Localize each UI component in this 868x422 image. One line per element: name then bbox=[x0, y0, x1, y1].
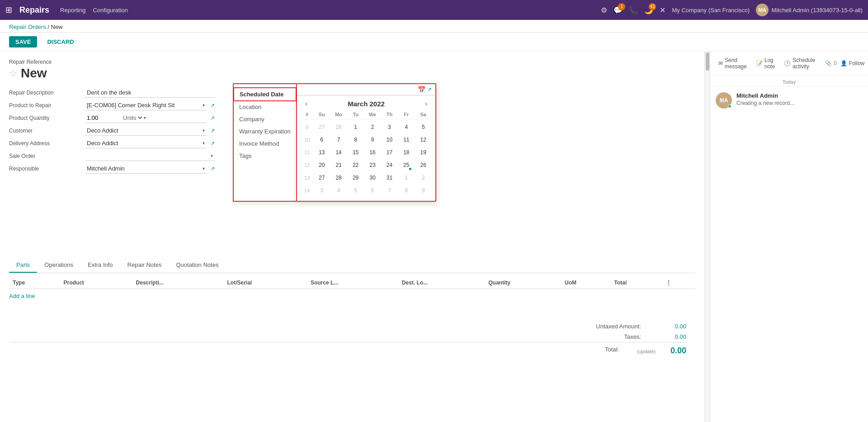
dropdown-warranty[interactable]: Warranty Expiration bbox=[234, 125, 296, 138]
notifications-icon[interactable]: 💬 1 bbox=[613, 6, 623, 14]
calendar-day[interactable]: 24 bbox=[383, 159, 395, 171]
calendar-day[interactable]: 22 bbox=[350, 159, 362, 171]
settings-icon[interactable]: ⚙ bbox=[601, 6, 607, 14]
calendar-day[interactable]: 13 bbox=[316, 147, 328, 158]
calendar-day[interactable]: 11 bbox=[401, 134, 412, 146]
calendar-day[interactable]: 8 bbox=[350, 134, 362, 146]
calendar-day[interactable]: 9 bbox=[367, 134, 378, 146]
schedule-activity-button[interactable]: 🕐 Schedule activity bbox=[781, 55, 818, 71]
customer-ext-link-icon[interactable]: ↗ bbox=[210, 128, 215, 134]
calendar-day[interactable]: 2 bbox=[417, 172, 429, 184]
breadcrumb-parent[interactable]: Repair Orders bbox=[9, 24, 46, 30]
dropdown-tags[interactable]: Tags bbox=[234, 150, 296, 162]
col-type: Type bbox=[9, 277, 60, 289]
calendar-week-row: 143456789 bbox=[301, 185, 432, 196]
sale-order-select[interactable] bbox=[85, 151, 215, 161]
nav-configuration[interactable]: Configuration bbox=[93, 7, 127, 14]
tab-parts[interactable]: Parts bbox=[9, 258, 37, 273]
sale-order-label: Sale Order bbox=[9, 153, 81, 159]
calendar-day[interactable]: 16 bbox=[367, 147, 378, 158]
calendar-day[interactable]: 27 bbox=[316, 172, 328, 184]
send-message-button[interactable]: ✉ Send message bbox=[716, 55, 750, 71]
calendar-day[interactable]: 1 bbox=[350, 121, 362, 133]
calendar-day[interactable]: 10 bbox=[383, 134, 395, 146]
units-select[interactable]: Units bbox=[121, 114, 144, 122]
calendar-day[interactable]: 12 bbox=[417, 134, 429, 146]
calendar-day[interactable]: 4 bbox=[401, 121, 412, 133]
calendar-day[interactable]: 7 bbox=[383, 185, 395, 196]
calendar-day[interactable]: 31 bbox=[383, 172, 395, 184]
calendar-day[interactable]: 26 bbox=[417, 159, 429, 171]
calendar-prev-icon[interactable]: ‹ bbox=[302, 99, 310, 108]
calendar-day[interactable]: 25 bbox=[401, 159, 412, 171]
breadcrumb-current: New bbox=[51, 24, 63, 30]
grid-icon[interactable]: ⊞ bbox=[5, 5, 12, 15]
calendar-day[interactable]: 8 bbox=[401, 185, 412, 196]
favorite-star-icon[interactable]: ☆ bbox=[9, 68, 17, 79]
product-quantity-row: Product Quantity Units ▾ ↗ bbox=[9, 113, 215, 123]
calendar-day[interactable]: 21 bbox=[333, 159, 344, 171]
calendar-day[interactable]: 15 bbox=[350, 147, 362, 158]
scroll-thumb[interactable] bbox=[706, 52, 709, 71]
product-repair-select[interactable]: [E-COM06] Corner Desk Right Sit bbox=[85, 100, 207, 110]
customer-select[interactable]: Deco Addict bbox=[85, 126, 207, 135]
calendar-day[interactable]: 9 bbox=[417, 185, 429, 196]
calendar-day[interactable]: 20 bbox=[316, 159, 328, 171]
dropdown-invoice-method[interactable]: Invoice Method bbox=[234, 138, 296, 150]
add-line-link[interactable]: Add a line bbox=[9, 289, 35, 303]
calendar-external-link-icon[interactable]: ↗ bbox=[427, 86, 432, 93]
delivery-address-ext-link-icon[interactable]: ↗ bbox=[210, 140, 215, 147]
cal-header-th: Th bbox=[381, 112, 398, 117]
calendar-day[interactable]: 7 bbox=[333, 134, 344, 146]
calendar-day[interactable]: 2 bbox=[367, 121, 378, 133]
calendar-day[interactable]: 28 bbox=[333, 172, 344, 184]
phone-icon[interactable]: 📞 bbox=[629, 6, 638, 14]
tab-quotation-notes[interactable]: Quotation Notes bbox=[169, 258, 226, 273]
tab-repair-notes[interactable]: Repair Notes bbox=[120, 258, 169, 273]
moon-icon[interactable]: 🌙 41 bbox=[644, 6, 653, 14]
product-quantity-input[interactable] bbox=[85, 113, 121, 123]
calendar-date-text-input[interactable] bbox=[301, 86, 418, 93]
calendar-next-icon[interactable]: › bbox=[422, 99, 430, 108]
calendar-day[interactable]: 1 bbox=[401, 172, 412, 184]
discard-button[interactable]: DISCARD bbox=[41, 36, 80, 47]
responsible-select[interactable]: Mitchell Admin bbox=[85, 164, 207, 173]
calendar-day[interactable]: 18 bbox=[401, 147, 412, 158]
scrollbar[interactable] bbox=[704, 52, 710, 422]
log-note-button[interactable]: 📝 Log note bbox=[753, 55, 778, 71]
follow-button[interactable]: 👤 Follow bbox=[840, 60, 865, 66]
repair-description-input[interactable] bbox=[85, 88, 215, 98]
tab-extra-info[interactable]: Extra Info bbox=[80, 258, 120, 273]
calendar-day[interactable]: 19 bbox=[417, 147, 429, 158]
product-repair-ext-link-icon[interactable]: ↗ bbox=[210, 102, 215, 109]
calendar-day[interactable]: 6 bbox=[316, 134, 328, 146]
dropdown-company[interactable]: Company bbox=[234, 113, 296, 125]
calendar-day[interactable]: 3 bbox=[316, 185, 328, 196]
calendar-open-icon[interactable]: 📅 bbox=[418, 86, 425, 93]
dropdown-location[interactable]: Location bbox=[234, 101, 296, 113]
close-icon[interactable]: ✕ bbox=[660, 6, 665, 14]
delivery-address-select[interactable]: Deco Addict bbox=[85, 138, 207, 148]
customer-row: Customer Deco Addict ▾ ↗ bbox=[9, 126, 215, 136]
calendar-day[interactable]: 30 bbox=[367, 172, 378, 184]
calendar-day[interactable]: 28 bbox=[333, 121, 344, 133]
tab-operations[interactable]: Operations bbox=[37, 258, 80, 273]
save-button[interactable]: SAVE bbox=[9, 36, 37, 47]
calendar-day[interactable]: 23 bbox=[367, 159, 378, 171]
dropdown-scheduled-date[interactable]: Scheduled Date bbox=[233, 87, 297, 101]
calendar-day[interactable]: 4 bbox=[333, 185, 344, 196]
log-icon: 📝 bbox=[756, 60, 763, 66]
calendar-day[interactable]: 3 bbox=[383, 121, 395, 133]
nav-reporting[interactable]: Reporting bbox=[60, 7, 85, 14]
product-quantity-ext-link-icon[interactable]: ↗ bbox=[210, 115, 215, 121]
calendar-day[interactable]: 17 bbox=[383, 147, 395, 158]
calendar-day[interactable]: 29 bbox=[350, 172, 362, 184]
user-menu[interactable]: MA Mitchell Admin (13934073-15-0-all) bbox=[756, 4, 863, 16]
calendar-day[interactable]: 5 bbox=[417, 121, 429, 133]
calendar-day[interactable]: 14 bbox=[333, 147, 344, 158]
calendar-day[interactable]: 5 bbox=[350, 185, 362, 196]
calendar-day[interactable]: 6 bbox=[367, 185, 378, 196]
calendar-day[interactable]: 27 bbox=[316, 121, 328, 133]
responsible-ext-link-icon[interactable]: ↗ bbox=[210, 166, 215, 172]
total-row: Total: (update) 0.00 bbox=[9, 342, 686, 357]
